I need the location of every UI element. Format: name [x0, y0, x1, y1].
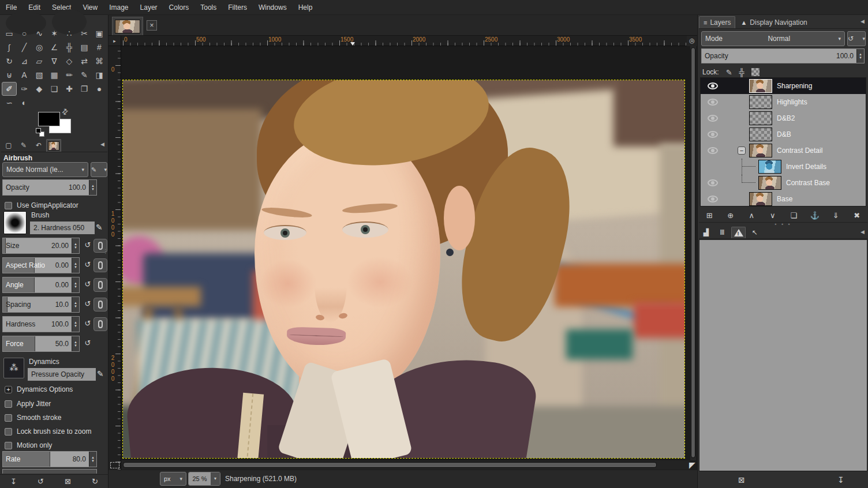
force-spinner[interactable]: ▲▼	[72, 336, 79, 351]
slider-layer-opacity[interactable]: Opacity100.0▲▼	[701, 48, 865, 63]
tool-measure[interactable]: ∠	[47, 40, 62, 54]
slider-hardness[interactable]: Hardness100.0▲▼	[2, 316, 80, 332]
tool-warp-transform[interactable]: ▦	[47, 68, 62, 82]
visibility-eye-icon[interactable]	[708, 82, 718, 89]
dock-tab-undo-history[interactable]: ↶	[31, 139, 46, 152]
use-gimpapplicator-option[interactable]: Use GimpApplicator	[5, 201, 78, 210]
horizontal-ruler[interactable]: 0500100015002000250030003500	[121, 36, 697, 46]
layer-row-base[interactable]: Base	[701, 191, 866, 207]
tool-opacity-trough[interactable]: Opacity100.0	[3, 180, 89, 195]
canvas-viewport[interactable]	[121, 46, 690, 460]
spacing-spinner[interactable]: ▲▼	[72, 297, 79, 312]
edit-brush-icon[interactable]: ✎	[96, 223, 103, 232]
tool-gradient[interactable]: ▧	[32, 68, 47, 82]
button-save-log[interactable]: ↧	[837, 475, 844, 485]
ruler-corner-menu-button[interactable]: ▸	[108, 36, 121, 46]
collapse-dock-icon[interactable]: ◀	[100, 141, 104, 147]
smooth-stroke-checkbox[interactable]	[5, 414, 12, 422]
zoom-follow-window-icon[interactable]: ◎	[687, 36, 697, 46]
apply-jitter-checkbox[interactable]	[5, 400, 12, 408]
rate-trough[interactable]: Rate80.0	[3, 452, 89, 467]
unit-dropdown[interactable]: px ▾	[160, 472, 186, 486]
button-delete-tool-preset[interactable]: ⊠	[59, 477, 77, 486]
visibility-eye-icon[interactable]	[708, 147, 718, 154]
tool-text[interactable]: A	[17, 68, 32, 82]
default-colors-button[interactable]	[36, 128, 45, 137]
spin-down-icon[interactable]: ▼	[74, 265, 77, 269]
tab-display-navigation[interactable]: ▲Display Navigation	[736, 16, 811, 28]
canvas-image[interactable]	[123, 80, 684, 458]
menu-image[interactable]: Image	[103, 0, 134, 15]
tool-rectangle-select[interactable]: ▭	[2, 27, 17, 40]
dock-tab-tool-options[interactable]: ▢	[1, 139, 16, 152]
aspect-ratio-trough[interactable]: Aspect Ratio0.00	[3, 258, 72, 273]
lock-position-icon[interactable]: ╬	[739, 68, 744, 77]
tool-paths[interactable]: ∫	[2, 40, 17, 54]
flow-slider-partial[interactable]	[2, 469, 97, 474]
reset-angle-icon[interactable]: ↺	[83, 280, 92, 289]
collapse-dock-icon[interactable]: ◀	[860, 229, 865, 235]
lock-pixels-icon[interactable]: ✎	[726, 68, 732, 77]
tool-scissors-select[interactable]: ✂	[77, 27, 92, 40]
tool-airbrush[interactable]: ✐	[2, 82, 17, 96]
menu-filters[interactable]: Filters	[222, 0, 253, 15]
button-save-tool-preset[interactable]: ↧	[5, 477, 23, 486]
tool-smudge[interactable]: ∽	[2, 96, 17, 110]
spin-down-icon[interactable]: ▼	[74, 305, 77, 308]
force-trough[interactable]: Force50.0	[3, 336, 72, 351]
tool-handle-transform[interactable]: ⌘	[92, 54, 107, 68]
lock-alpha-icon[interactable]	[751, 68, 760, 76]
button-restore-tool-preset[interactable]: ↺	[32, 477, 50, 486]
collapse-dock-icon[interactable]: ◀	[860, 18, 865, 24]
quick-mask-toggle[interactable]	[110, 462, 119, 468]
spin-down-icon[interactable]: ▼	[74, 246, 77, 249]
link-angle-button[interactable]	[93, 278, 107, 292]
zoom-dropdown[interactable]: 25 % ▾	[188, 472, 220, 486]
image-tab[interactable]	[112, 17, 143, 35]
visibility-eye-icon[interactable]	[708, 115, 718, 122]
reset-hardness-icon[interactable]: ↺	[83, 319, 92, 328]
tool-foreground-select[interactable]: ▣	[92, 27, 107, 40]
tool-scale[interactable]: ⊿	[17, 54, 32, 68]
horizontal-scrollbar[interactable]	[121, 460, 690, 470]
tool-rotate[interactable]: ↻	[2, 54, 17, 68]
layer-row-invert-details[interactable]: Invert Details	[701, 159, 866, 175]
size-spinner[interactable]: ▲▼	[72, 238, 79, 253]
layer-opacity-trough[interactable]: Opacity100.0	[702, 49, 856, 63]
link-aspect-ratio-button[interactable]	[93, 258, 107, 272]
tool-align[interactable]: ▤	[77, 40, 92, 54]
button-delete-layer[interactable]: ✖	[848, 211, 866, 220]
tool-move[interactable]: ╬	[62, 40, 77, 54]
spin-down-icon[interactable]: ▼	[91, 459, 95, 463]
aspect-ratio-spinner[interactable]: ▲▼	[72, 258, 79, 273]
angle-trough[interactable]: Angle0.00	[3, 277, 72, 292]
tool-flip[interactable]: ⇄	[77, 54, 92, 68]
tool-crop[interactable]: #	[92, 40, 107, 54]
use-gimpapplicator-checkbox[interactable]	[5, 202, 12, 209]
tool-eraser[interactable]: ◨	[92, 68, 107, 82]
tool-opacity-spinner[interactable]: ▲▼	[89, 180, 96, 195]
layer-row-sharpening[interactable]: Sharpening	[701, 78, 866, 94]
tool-free-select[interactable]: ∿	[32, 27, 47, 40]
tool-transform-3d[interactable]: ◇	[62, 54, 77, 68]
reset-force-icon[interactable]: ↺	[83, 339, 92, 348]
spacing-trough[interactable]: Spacing10.0	[3, 297, 72, 312]
brush-name-value[interactable]: 2. Hardness 050	[30, 222, 95, 234]
rate-spinner[interactable]: ▲▼	[89, 452, 96, 467]
button-lower-layer[interactable]: ∨	[764, 211, 781, 220]
tool-color-picker[interactable]: ╱	[17, 40, 32, 54]
foreground-color-swatch[interactable]	[38, 112, 60, 126]
visibility-eye-icon[interactable]	[708, 179, 718, 186]
slider-aspect-ratio[interactable]: Aspect Ratio0.00▲▼	[2, 257, 80, 273]
slider-rate[interactable]: Rate80.0▲▼	[2, 451, 97, 467]
tool-clone[interactable]: ❏	[47, 82, 62, 96]
layer-row-contrast-detail[interactable]: −Contrast Detail	[701, 142, 866, 159]
dock-tab-image-thumbnail[interactable]	[46, 139, 61, 152]
slider-size[interactable]: Size20.00▲▼	[2, 238, 80, 254]
slider-force[interactable]: Force50.0▲▼	[2, 336, 80, 352]
layer-mode-dropdown[interactable]: Mode Normal ▾	[701, 31, 845, 46]
layer-opacity-spinner[interactable]: ▲▼	[856, 49, 864, 63]
horizontal-scrollbar-thumb[interactable]	[123, 462, 657, 468]
tab-error-console[interactable]: !	[731, 227, 746, 238]
tool-mypaint-brush[interactable]: ◆	[32, 82, 47, 96]
